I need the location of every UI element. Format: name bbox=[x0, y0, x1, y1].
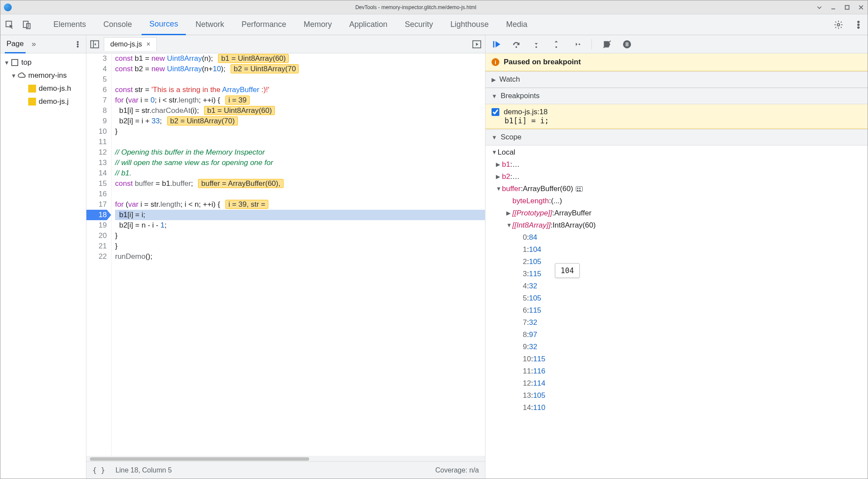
array-item[interactable]: 3: 115 bbox=[485, 268, 868, 280]
gutter-line[interactable]: 20 bbox=[86, 231, 107, 241]
scope-var-b1[interactable]: ▶b1: … bbox=[485, 159, 868, 171]
code-line[interactable]: const b2 = new Uint8Array(n+10);b2 = Uin… bbox=[115, 64, 485, 74]
array-item[interactable]: 10: 115 bbox=[485, 353, 868, 365]
code-line[interactable]: } bbox=[115, 241, 485, 251]
scope-int8array[interactable]: ▼[[Int8Array]]: Int8Array(60) bbox=[485, 219, 868, 231]
tab-media[interactable]: Media bbox=[498, 14, 535, 35]
step-into-icon[interactable] bbox=[531, 40, 541, 49]
code-line[interactable]: // will open the same view as for openin… bbox=[115, 158, 485, 168]
step-out-icon[interactable] bbox=[551, 40, 561, 49]
breakpoint-item[interactable]: demo-js.js:18 b1[i] = i; bbox=[485, 104, 868, 129]
array-item[interactable]: 12: 114 bbox=[485, 377, 868, 390]
section-scope[interactable]: ▼Scope bbox=[485, 129, 868, 145]
gutter-line[interactable]: 10 bbox=[86, 126, 107, 137]
tree-node-file[interactable]: demo-js.h bbox=[0, 82, 86, 95]
gutter-line[interactable]: 15 bbox=[86, 178, 107, 189]
tab-performance[interactable]: Performance bbox=[234, 14, 294, 35]
array-item[interactable]: 4: 32 bbox=[485, 280, 868, 292]
tab-elements[interactable]: Elements bbox=[46, 14, 94, 35]
tab-application[interactable]: Application bbox=[341, 14, 395, 35]
tab-security[interactable]: Security bbox=[397, 14, 441, 35]
editor-tab[interactable]: demo-js.js × bbox=[104, 37, 157, 51]
gutter-line[interactable]: 19 bbox=[86, 220, 107, 231]
array-item[interactable]: 13: 105 bbox=[485, 390, 868, 402]
gutter-line[interactable]: 13 bbox=[86, 158, 107, 168]
tree-node-top[interactable]: ▼ top bbox=[0, 56, 86, 69]
gutter-line[interactable]: 17 bbox=[86, 199, 107, 210]
code-line[interactable]: // Opening this buffer in the Memory Ins… bbox=[115, 147, 485, 158]
code-line[interactable]: const b1 = new Uint8Array(n);b1 = Uint8A… bbox=[115, 53, 485, 64]
code-line[interactable] bbox=[115, 137, 485, 147]
tree-node-file[interactable]: demo-js.j bbox=[0, 95, 86, 108]
code-editor[interactable]: 345678910111213141516171819202122 const … bbox=[86, 53, 485, 456]
code-line[interactable]: runDemo(); bbox=[115, 251, 485, 262]
array-item[interactable]: 7: 32 bbox=[485, 317, 868, 329]
code-line[interactable]: for (var i = str.length; i < n; ++i) {i … bbox=[115, 199, 485, 210]
pause-on-exceptions-icon[interactable] bbox=[622, 40, 632, 49]
code-line[interactable]: b1[i] = str.charCodeAt(i);b1 = Uint8Arra… bbox=[115, 106, 485, 116]
gutter-line[interactable]: 21 bbox=[86, 241, 107, 251]
gutter-line[interactable]: 5 bbox=[86, 74, 107, 85]
tab-lighthouse[interactable]: Lighthouse bbox=[442, 14, 496, 35]
toggle-navigator-icon[interactable] bbox=[90, 40, 99, 49]
code-line[interactable]: for (var i = 0; i < str.length; ++i) {i … bbox=[115, 95, 485, 106]
run-snippet-icon[interactable] bbox=[472, 40, 482, 49]
code-line[interactable]: b2[i] = n - i - 1; bbox=[115, 220, 485, 231]
gutter-line[interactable]: 6 bbox=[86, 85, 107, 95]
gutter-line[interactable]: 16 bbox=[86, 189, 107, 199]
navigator-overflow-icon[interactable]: » bbox=[32, 40, 36, 49]
section-breakpoints[interactable]: ▼Breakpoints bbox=[485, 88, 868, 104]
gutter-line[interactable]: 7 bbox=[86, 95, 107, 106]
gutter-line[interactable]: 14 bbox=[86, 168, 107, 178]
code-line[interactable]: b1[i] = i; bbox=[115, 210, 485, 220]
array-item[interactable]: 6: 115 bbox=[485, 304, 868, 317]
scope-prototype[interactable]: ▶[[Prototype]]: ArrayBuffer bbox=[485, 207, 868, 219]
step-over-icon[interactable] bbox=[512, 40, 521, 49]
code-line[interactable]: b2[i] = i + 33;b2 = Uint8Array(70) bbox=[115, 116, 485, 126]
settings-icon[interactable] bbox=[834, 20, 843, 30]
code-line[interactable]: const str = 'This is a string in the Arr… bbox=[115, 85, 485, 95]
navigator-more-icon[interactable] bbox=[74, 40, 82, 48]
close-tab-icon[interactable]: × bbox=[146, 40, 150, 48]
array-item[interactable]: 9: 32 bbox=[485, 341, 868, 353]
array-item[interactable]: 8: 97 bbox=[485, 329, 868, 341]
tree-node-domain[interactable]: ▼ memory-ins bbox=[0, 69, 86, 82]
more-options-icon[interactable] bbox=[854, 20, 863, 30]
gutter-line[interactable]: 4 bbox=[86, 64, 107, 74]
code-line[interactable]: } bbox=[115, 126, 485, 137]
code-line[interactable]: // b1. bbox=[115, 168, 485, 178]
gutter-line[interactable]: 9 bbox=[86, 116, 107, 126]
memory-inspector-icon[interactable] bbox=[576, 186, 583, 192]
gutter-line[interactable]: 12 bbox=[86, 147, 107, 158]
array-item[interactable]: 1: 104 bbox=[485, 244, 868, 256]
resume-icon[interactable] bbox=[492, 40, 501, 49]
array-item[interactable]: 2: 105 bbox=[485, 256, 868, 268]
tab-network[interactable]: Network bbox=[188, 14, 232, 35]
gutter-line[interactable]: 8 bbox=[86, 106, 107, 116]
window-dropdown-icon[interactable] bbox=[816, 4, 822, 10]
step-icon[interactable] bbox=[571, 40, 581, 49]
device-mode-icon[interactable] bbox=[22, 20, 32, 30]
tab-memory[interactable]: Memory bbox=[296, 14, 340, 35]
navigator-tab-page[interactable]: Page bbox=[5, 36, 26, 53]
code-line[interactable]: const buffer = b1.buffer;buffer = ArrayB… bbox=[115, 178, 485, 189]
pretty-print-icon[interactable]: { } bbox=[92, 466, 105, 474]
gutter-line[interactable]: 22 bbox=[86, 251, 107, 262]
array-item[interactable]: 0: 84 bbox=[485, 231, 868, 244]
array-item[interactable]: 11: 116 bbox=[485, 365, 868, 377]
close-window-icon[interactable] bbox=[858, 4, 864, 10]
array-item[interactable]: 14: 110 bbox=[485, 402, 868, 414]
code-line[interactable] bbox=[115, 74, 485, 85]
scope-var-b2[interactable]: ▶b2: … bbox=[485, 171, 868, 183]
minimize-icon[interactable] bbox=[830, 4, 836, 10]
code-line[interactable]: } bbox=[115, 231, 485, 241]
tab-console[interactable]: Console bbox=[96, 14, 140, 35]
code-line[interactable] bbox=[115, 189, 485, 199]
gutter-line[interactable]: 18 bbox=[86, 210, 107, 220]
scope-local-header[interactable]: ▼Local bbox=[485, 146, 868, 159]
section-watch[interactable]: ▶Watch bbox=[485, 71, 868, 88]
gutter-line[interactable]: 3 bbox=[86, 53, 107, 64]
deactivate-breakpoints-icon[interactable] bbox=[602, 40, 612, 49]
scope-var-buffer[interactable]: ▼buffer: ArrayBuffer(60) bbox=[485, 183, 868, 195]
gutter-line[interactable]: 11 bbox=[86, 137, 107, 147]
